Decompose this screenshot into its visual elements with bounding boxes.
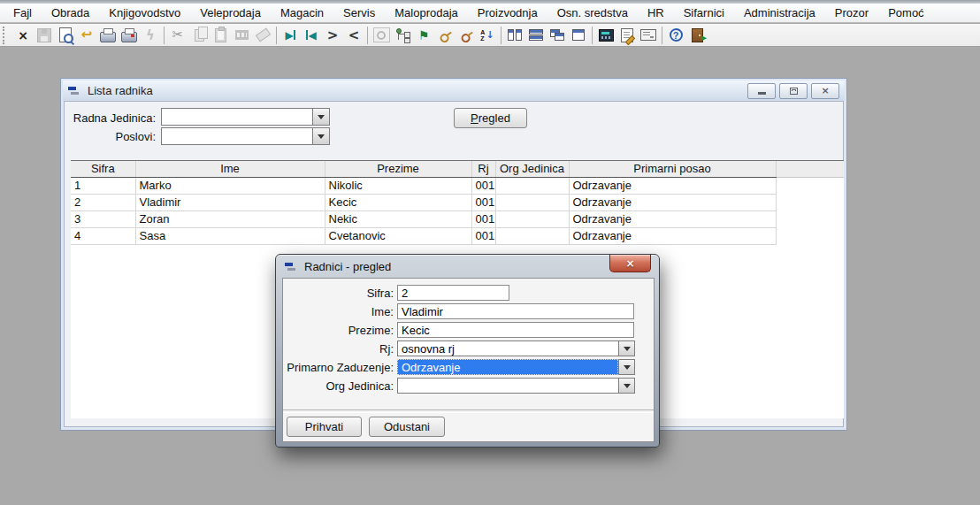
menu-veleprodaja[interactable]: Veleprodaja xyxy=(190,4,271,21)
cell[interactable]: Odrzavanje xyxy=(569,177,776,194)
odustani-button[interactable]: Odustani xyxy=(369,417,445,437)
tile-vertical-icon[interactable] xyxy=(504,25,525,46)
calculator-icon[interactable] xyxy=(595,25,616,46)
dialog-close-button[interactable]: × xyxy=(609,255,651,272)
help-icon[interactable]: ? xyxy=(665,25,686,46)
cell[interactable] xyxy=(495,194,569,210)
exit-door-icon[interactable]: ▸ xyxy=(686,25,708,46)
close-icon[interactable]: × xyxy=(12,25,34,46)
table-row[interactable]: 1 Marko Nikolic 001 Odrzavanje xyxy=(71,177,844,194)
column-header-ime[interactable]: Ime xyxy=(135,161,325,177)
org-jedinica-combo[interactable] xyxy=(397,378,635,394)
cell[interactable]: Marko xyxy=(135,177,325,194)
maximize-button[interactable] xyxy=(779,83,808,99)
toolbar-drag-handle[interactable] xyxy=(3,27,9,44)
cascade-windows-icon[interactable] xyxy=(547,25,568,46)
table-row[interactable]: 2 Vladimir Kecic 001 Odrzavanje xyxy=(71,194,844,210)
primarno-zaduzenje-dropdown-button[interactable] xyxy=(618,359,635,375)
radna-jedinica-dropdown-button[interactable] xyxy=(312,108,330,126)
poslovi-dropdown-button[interactable] xyxy=(312,127,330,145)
menu-maloprodaja[interactable]: Maloprodaja xyxy=(385,4,468,21)
menu-osn-sredstva[interactable]: Osn. sredstva xyxy=(547,4,638,21)
save-icon[interactable] xyxy=(34,25,55,46)
column-header-sifra[interactable]: Sifra xyxy=(71,161,135,177)
close-button[interactable]: × xyxy=(811,83,839,99)
cell[interactable]: 1 xyxy=(71,177,135,194)
refresh-lightning-icon[interactable]: ϟ xyxy=(140,25,161,46)
menu-pomoc[interactable]: Pomoć xyxy=(878,4,933,21)
cut-icon[interactable]: ✂ xyxy=(167,25,188,46)
cell[interactable]: 2 xyxy=(71,194,135,210)
column-header-prezime[interactable]: Prezime xyxy=(325,161,471,177)
cell[interactable]: Zoran xyxy=(135,210,325,227)
seek-start-icon[interactable]: ◀ xyxy=(301,25,322,46)
org-jedinica-dropdown-button[interactable] xyxy=(618,378,635,394)
cell[interactable]: Sasa xyxy=(135,227,325,244)
next-record-icon[interactable]: > xyxy=(322,25,343,46)
ime-input[interactable]: Vladimir xyxy=(397,303,634,319)
keys-icon[interactable] xyxy=(456,25,477,46)
column-header-rj[interactable]: Rj xyxy=(471,161,495,177)
minimize-button[interactable] xyxy=(747,83,776,99)
cell[interactable] xyxy=(495,210,569,227)
paste-icon[interactable] xyxy=(210,25,231,46)
cell[interactable]: 001 xyxy=(471,177,495,194)
sort-az-icon[interactable]: AZ ↓ xyxy=(477,25,498,46)
printer-setup-icon[interactable] xyxy=(97,25,119,46)
dialog-titlebar[interactable]: Radnici - pregled xyxy=(276,255,659,278)
revert-icon[interactable]: ↩ xyxy=(76,25,97,46)
column-header-primarni-posao[interactable]: Primarni posao xyxy=(569,161,776,177)
column-header-org-jedinica[interactable]: Org Jedinica xyxy=(495,161,569,177)
prihvati-button[interactable]: Prihvati xyxy=(287,417,362,437)
table-row[interactable]: 3 Zoran Nekic 001 Odrzavanje xyxy=(71,210,844,227)
menu-servis[interactable]: Servis xyxy=(333,4,385,21)
cell[interactable]: 3 xyxy=(71,210,135,227)
cell[interactable]: 001 xyxy=(471,227,495,244)
find-record-icon[interactable] xyxy=(371,25,392,46)
cell[interactable]: Odrzavanje xyxy=(569,227,776,244)
cell[interactable]: Cvetanovic xyxy=(325,227,471,244)
cell[interactable]: 001 xyxy=(471,194,495,210)
cell[interactable]: Kecic xyxy=(325,194,471,210)
print-icon[interactable] xyxy=(119,25,140,46)
cell[interactable]: 001 xyxy=(471,210,495,227)
flag-icon[interactable]: ⚑ xyxy=(413,25,434,46)
records-film-icon[interactable] xyxy=(231,25,252,46)
message-icon[interactable] xyxy=(638,25,659,46)
table-row[interactable]: 4 Sasa Cvetanovic 001 Odrzavanje xyxy=(71,227,844,244)
cell[interactable]: 4 xyxy=(71,227,135,244)
window-titlebar[interactable]: Lista radnika × xyxy=(63,80,845,101)
cell[interactable]: Nikolic xyxy=(325,177,471,194)
copy-icon[interactable] xyxy=(188,25,210,46)
tile-horizontal-icon[interactable] xyxy=(525,25,547,46)
cell[interactable]: Odrzavanje xyxy=(569,210,776,227)
key-icon[interactable] xyxy=(434,25,456,46)
menu-knjigovodstvo[interactable]: Knjigovodstvo xyxy=(99,4,190,21)
notes-icon[interactable] xyxy=(616,25,638,46)
pregled-button[interactable]: Pregled xyxy=(454,108,527,128)
menu-hr[interactable]: HR xyxy=(638,4,674,21)
cell[interactable]: Vladimir xyxy=(135,194,325,210)
radna-jedinica-combo[interactable] xyxy=(161,108,330,126)
cell[interactable]: Nekic xyxy=(325,210,471,227)
maximize-window-icon[interactable] xyxy=(568,25,589,46)
menu-obrada[interactable]: Obrada xyxy=(42,4,99,21)
menu-administracija[interactable]: Administracija xyxy=(734,4,825,21)
poslovi-combo[interactable] xyxy=(161,127,330,145)
cell[interactable] xyxy=(495,177,569,194)
rj-combo[interactable]: osnovna rj xyxy=(397,340,635,356)
rj-dropdown-button[interactable] xyxy=(618,340,635,356)
menu-proizvodnja[interactable]: Proizvodnja xyxy=(468,4,547,21)
cell[interactable]: Odrzavanje xyxy=(569,194,776,210)
menu-magacin[interactable]: Magacin xyxy=(271,4,333,21)
primarno-zaduzenje-combo[interactable]: Odrzavanje xyxy=(397,359,635,375)
prezime-input[interactable]: Kecic xyxy=(397,322,634,338)
print-preview-icon[interactable] xyxy=(55,25,76,46)
seek-end-icon[interactable]: ▶ xyxy=(279,25,301,46)
tree-view-icon[interactable] xyxy=(392,25,413,46)
menu-prozor[interactable]: Prozor xyxy=(825,4,878,21)
menu-sifarnici[interactable]: Sifarnici xyxy=(674,4,734,21)
previous-record-icon[interactable]: < xyxy=(343,25,364,46)
sifra-input[interactable]: 2 xyxy=(397,285,509,301)
menu-fajl[interactable]: Fajl xyxy=(4,4,42,21)
